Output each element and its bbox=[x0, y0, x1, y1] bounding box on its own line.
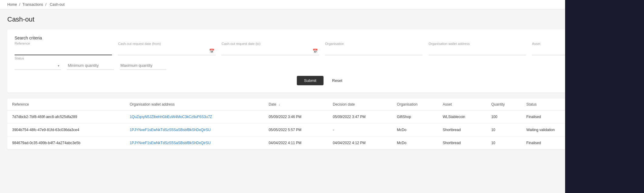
search-panel-title: Search criteria bbox=[15, 36, 629, 40]
asset-label: Asset bbox=[532, 42, 541, 46]
org-wallet-input[interactable] bbox=[429, 47, 526, 55]
org-wallet-label: Organisation wallet address bbox=[429, 42, 470, 46]
reset-button[interactable]: Reset bbox=[327, 76, 347, 85]
table-row: 984679ad-0c35-499b-b4f7-4a274abc3e5b 1PJ… bbox=[7, 137, 637, 150]
col-asset: Asset bbox=[438, 99, 486, 110]
organisation-label: Organisation bbox=[325, 42, 344, 46]
cell-organisation: McDo bbox=[392, 137, 438, 150]
status-badge: Finalised bbox=[526, 115, 541, 119]
breadcrumb-home[interactable]: Home bbox=[7, 2, 17, 7]
page-title: Cash-out bbox=[7, 15, 637, 23]
search-panel: Search criteria Reference Cash-out reque… bbox=[7, 29, 637, 93]
organisation-field: Organisation bbox=[325, 47, 422, 55]
reference-field: Reference bbox=[15, 46, 112, 55]
reference-input[interactable] bbox=[15, 46, 112, 55]
cell-asset: Shortbread bbox=[438, 137, 486, 150]
reference-label: Reference bbox=[15, 42, 30, 45]
cell-asset: WLStablecoin bbox=[438, 110, 486, 124]
cell-decision-date: 04/04/2022 4:12 PM bbox=[328, 137, 392, 150]
submit-button[interactable]: Submit bbox=[297, 76, 324, 85]
cell-organisation: McDo bbox=[392, 124, 438, 137]
status-select[interactable]: Finalised Waiting validation bbox=[15, 61, 61, 70]
cell-wallet-address: 1PJYNveF1sEwNkTdSzS5SaSBsbfBkShDxQirSU bbox=[125, 124, 264, 137]
cell-asset: Shortbread bbox=[438, 124, 486, 137]
col-organisation: Organisation bbox=[392, 99, 438, 110]
min-qty-input[interactable] bbox=[67, 61, 114, 70]
col-quantity: Quantity bbox=[486, 99, 522, 110]
max-qty-input[interactable] bbox=[120, 61, 166, 70]
calendar-from-icon[interactable]: 📅 bbox=[209, 49, 214, 53]
form-actions: Submit Reset bbox=[15, 76, 629, 85]
breadcrumb: Home / Transactions / Cash-out bbox=[0, 0, 644, 9]
cell-quantity: 100 bbox=[486, 110, 522, 124]
date-to-label: Cash-out request date (to) bbox=[222, 42, 260, 46]
wallet-address-link[interactable]: 1PJYNveF1sEwNkTdSzS5SaSBsbfBkShDxQirSU bbox=[130, 128, 211, 132]
date-to-input[interactable] bbox=[222, 47, 319, 55]
cell-wallet-address: 1PJYNveF1sEwNkTdSzS5SaSBsbfBkShDxQirSU bbox=[125, 137, 264, 150]
col-date[interactable]: Date ↓ bbox=[264, 99, 328, 110]
col-wallet-address: Organisation wallet address bbox=[125, 99, 264, 110]
date-from-input[interactable] bbox=[118, 47, 215, 55]
cell-quantity: 10 bbox=[486, 137, 522, 150]
cell-date: 05/05/2022 5:57 PM bbox=[264, 124, 328, 137]
breadcrumb-current: Cash-out bbox=[50, 2, 65, 7]
status-label: Status bbox=[15, 56, 24, 60]
table-row: 7d7dbcb2-7bf8-469f-aec8-afc525dfa289 1Qu… bbox=[7, 110, 637, 124]
cell-date: 04/04/2022 4:11 PM bbox=[264, 137, 328, 150]
min-qty-field bbox=[67, 61, 114, 70]
sort-icon-date: ↓ bbox=[279, 103, 280, 106]
col-decision-date: Decision date bbox=[328, 99, 392, 110]
table-header-row: Reference Organisation wallet address Da… bbox=[7, 99, 637, 110]
cell-quantity: 10 bbox=[486, 124, 522, 137]
max-qty-field bbox=[120, 61, 166, 70]
date-from-field: Cash-out request date (from) 📅 bbox=[118, 47, 215, 55]
cell-reference: 3904b754-48fc-47e9-81fd-63c036da3ce4 bbox=[7, 124, 125, 137]
cell-decision-date: 05/09/2022 3:47 PM bbox=[328, 110, 392, 124]
cell-decision-date: - bbox=[328, 124, 392, 137]
status-badge: Finalised bbox=[526, 141, 541, 145]
date-from-label: Cash-out request date (from) bbox=[118, 42, 161, 46]
wallet-address-link[interactable]: 1PJYNveF1sEwNkTdSzS5SaSBsbfBkShDxQirSU bbox=[130, 141, 211, 145]
organisation-input[interactable] bbox=[325, 47, 422, 55]
calendar-to-icon[interactable]: 📅 bbox=[313, 49, 318, 53]
right-panel bbox=[565, 0, 644, 155]
org-wallet-field: Organisation wallet address bbox=[429, 47, 526, 55]
status-field: Finalised Waiting validation Status bbox=[15, 61, 61, 70]
breadcrumb-transactions[interactable]: Transactions bbox=[22, 2, 43, 7]
cell-reference: 7d7dbcb2-7bf8-469f-aec8-afc525dfa289 bbox=[7, 110, 125, 124]
cell-wallet-address: 1QuZqoyN5JZlbehhGbEuW4MoC3kCz9uF6S3u7Z bbox=[125, 110, 264, 124]
table-row: 3904b754-48fc-47e9-81fd-63c036da3ce4 1PJ… bbox=[7, 124, 637, 137]
cell-reference: 984679ad-0c35-499b-b4f7-4a274abc3e5b bbox=[7, 137, 125, 150]
wallet-address-link[interactable]: 1QuZqoyN5JZlbehhGbEuW4MoC3kCz9uF6S3u7Z bbox=[130, 115, 212, 119]
date-to-field: Cash-out request date (to) 📅 bbox=[222, 47, 319, 55]
cell-date: 05/09/2022 3:46 PM bbox=[264, 110, 328, 124]
cell-organisation: GiftShop bbox=[392, 110, 438, 124]
status-badge: Waiting validation bbox=[526, 128, 555, 132]
results-table: Reference Organisation wallet address Da… bbox=[7, 99, 637, 149]
col-reference: Reference bbox=[7, 99, 125, 110]
